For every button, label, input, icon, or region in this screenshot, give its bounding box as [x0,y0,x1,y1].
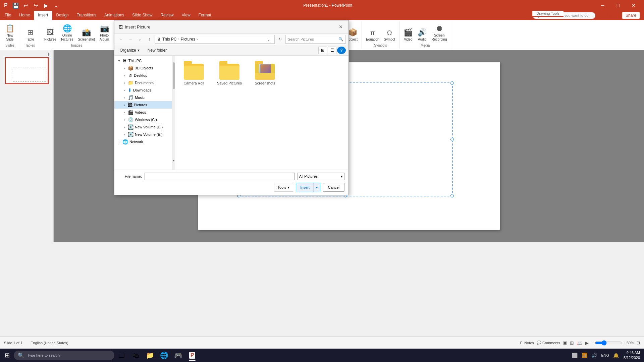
insert-dropdown-button[interactable]: ▾ [314,183,320,192]
reading-view-btn[interactable]: 📖 [577,340,582,346]
tree-item-documents[interactable]: › 📁 Documents [114,79,172,86]
audio-button[interactable]: 🔊 Audio [416,27,429,43]
presentation-view-btn[interactable]: ▶ [585,340,589,346]
network-icon-taskbar[interactable]: 📶 [580,353,589,358]
volume-d-expand-icon[interactable]: › [122,125,126,129]
customize-quick-btn[interactable]: ⌄ [51,1,61,10]
tab-view[interactable]: View [178,11,195,20]
taskbar-powerpoint[interactable]: P [185,349,199,361]
address-dropdown-btn[interactable]: ⌄ [264,35,272,43]
thispc-expand-icon[interactable]: ▼ [117,59,121,63]
taskbar-explorer[interactable]: 📁 [143,349,157,361]
resize-handle-tr[interactable] [450,81,454,85]
folder-screenshots[interactable]: Screenshots [250,60,280,86]
app-logo-icon[interactable]: P [3,2,9,9]
breadcrumb-pictures[interactable]: Pictures [181,37,195,42]
minimize-btn[interactable]: ─ [595,0,610,11]
documents-expand-icon[interactable]: › [122,81,126,85]
insert-button[interactable]: Insert [296,183,314,192]
tab-design[interactable]: Design [52,11,72,20]
tree-item-music[interactable]: › 🎵 Music [114,94,172,101]
tab-insert[interactable]: Insert [34,11,52,20]
pictures-expand-icon[interactable]: › [122,103,126,107]
taskbar-game[interactable]: 🎮 [171,349,185,361]
taskbar-browser[interactable]: 🌐 [157,349,171,361]
desktop-expand-icon[interactable]: › [122,74,126,77]
save-quick-btn[interactable]: 💾 [11,1,20,10]
redo-quick-btn[interactable]: ↪ [31,1,41,10]
resize-handle-br[interactable] [450,194,454,197]
zoom-level[interactable]: 69% [627,341,634,345]
folder-camera-roll[interactable]: Camera Roll [179,60,209,86]
new-slide-button[interactable]: 📋 NewSlide [3,23,17,43]
taskbar-store[interactable]: 🛍 [129,349,143,361]
tree-item-3dobjects[interactable]: › 📦 3D Objects [114,64,172,72]
maximize-btn[interactable]: □ [610,0,626,11]
table-button[interactable]: ⊞ Table [23,27,37,43]
3dobjects-expand-icon[interactable]: › [122,66,126,70]
share-button[interactable]: Share [622,12,640,19]
search-box[interactable]: 🔍 [285,35,346,44]
file-type-dropdown[interactable]: All Pictures ▾ [298,173,344,180]
video-button[interactable]: 🎬 Video [401,27,415,43]
tab-transitions[interactable]: Transitions [73,11,100,20]
tools-button[interactable]: Tools ▾ [274,183,293,192]
show-desktop-btn[interactable]: ⬜ [571,353,579,358]
tree-item-thispc[interactable]: ▼ 🖥 This PC [114,57,172,64]
user-name[interactable]: Dung Lê [603,13,618,18]
back-btn[interactable]: ← [117,35,125,43]
videos-expand-icon[interactable]: › [122,111,126,114]
sidebar-scroll-thumb[interactable] [173,62,175,89]
tree-item-videos[interactable]: › 🎬 Videos [114,109,172,116]
windows-c-expand-icon[interactable]: › [122,118,126,122]
undo-quick-btn[interactable]: ↩ [21,1,31,10]
folder-saved-pictures[interactable]: Saved Pictures [214,60,245,86]
downloads-expand-icon[interactable]: › [122,88,126,92]
organize-button[interactable]: Organize ▾ [117,47,142,53]
slide-thumbnail[interactable] [5,57,49,84]
tree-item-pictures[interactable]: › 🖼 Pictures [114,101,172,109]
forward-btn[interactable]: → [126,35,135,43]
notes-btn[interactable]: 🗒 Notes [520,341,534,345]
close-btn[interactable]: ✕ [626,0,641,11]
sidebar-scrollbar[interactable]: ▼ [172,56,175,170]
symbol-button[interactable]: Ω Symbol [382,28,397,43]
tree-item-volume-d[interactable]: › 💽 New Volume (D:) [114,123,172,131]
tree-item-windows-c[interactable]: › 💿 Windows (C:) [114,116,172,123]
new-folder-button[interactable]: New folder [145,47,169,53]
volume-e-expand-icon[interactable]: › [122,133,126,136]
file-name-input[interactable] [145,173,295,180]
search-input[interactable] [288,37,337,41]
zoom-in-btn[interactable]: + [623,341,625,345]
tab-format[interactable]: Format [195,11,215,20]
breadcrumb-thispc[interactable]: This PC [162,37,177,42]
view-details-btn[interactable]: ☰ [328,47,336,54]
normal-view-btn[interactable]: ▣ [563,340,567,346]
cancel-button[interactable]: Cancel [323,183,344,192]
up-btn[interactable]: ↑ [145,35,153,43]
equation-button[interactable]: π Equation [364,28,381,43]
tab-animations[interactable]: Animations [100,11,128,20]
pictures-button[interactable]: 🖼 Pictures [42,27,58,43]
lang-indicator[interactable]: ENG [600,353,610,357]
fit-slide-btn[interactable]: ⊡ [637,341,640,345]
view-icons-btn[interactable]: ⊞ [318,47,327,54]
start-button[interactable]: ⊞ [1,349,13,361]
screenshot-button[interactable]: 📸 Screenshot [76,27,97,43]
tab-home[interactable]: Home [15,11,34,20]
dialog-close-button[interactable]: ✕ [337,23,344,31]
screen-recording-button[interactable]: ⏺ ScreenRecording [430,23,449,43]
comments-btn[interactable]: 💬 Comments [537,341,560,345]
resize-handle-mr[interactable] [450,138,454,141]
tree-item-downloads[interactable]: › ⬇ Downloads [114,86,172,94]
help-btn[interactable]: ? [337,47,346,54]
online-pictures-button[interactable]: 🌐 OnlinePictures [59,23,75,43]
zoom-out-btn[interactable]: − [591,341,593,345]
tab-review[interactable]: Review [156,11,177,20]
sidebar-scroll-down[interactable]: ▼ [172,158,175,163]
presentation-mode-btn[interactable]: ▶ [41,1,51,10]
notification-icon[interactable]: 🔔 [612,353,620,358]
volume-icon[interactable]: 🔊 [590,353,598,358]
recent-btn[interactable]: ⌄ [136,35,144,43]
tab-file[interactable]: File [1,11,15,20]
